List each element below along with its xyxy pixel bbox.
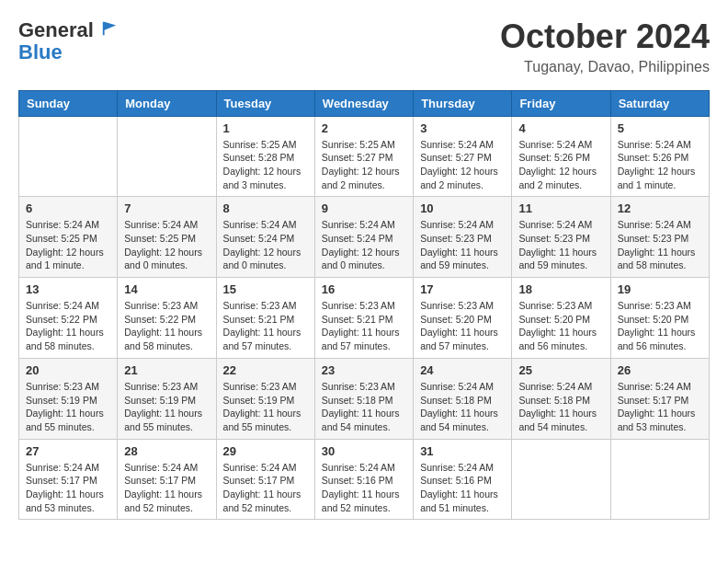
calendar-week-row: 20Sunrise: 5:23 AM Sunset: 5:19 PM Dayli… (19, 358, 710, 439)
location-subtitle: Tuganay, Davao, Philippines (500, 59, 710, 75)
day-info: Sunrise: 5:24 AM Sunset: 5:27 PM Dayligh… (420, 138, 505, 192)
calendar-cell: 23Sunrise: 5:23 AM Sunset: 5:18 PM Dayli… (314, 358, 413, 439)
day-info: Sunrise: 5:23 AM Sunset: 5:20 PM Dayligh… (518, 299, 603, 353)
month-title: October 2024 (500, 18, 710, 55)
day-number: 12 (618, 201, 702, 215)
day-info: Sunrise: 5:24 AM Sunset: 5:17 PM Dayligh… (223, 461, 308, 515)
title-section: October 2024 Tuganay, Davao, Philippines (500, 18, 710, 75)
day-info: Sunrise: 5:24 AM Sunset: 5:22 PM Dayligh… (26, 299, 110, 353)
col-monday: Monday (118, 90, 216, 116)
day-info: Sunrise: 5:24 AM Sunset: 5:23 PM Dayligh… (618, 218, 702, 272)
calendar-cell: 28Sunrise: 5:24 AM Sunset: 5:17 PM Dayli… (118, 439, 216, 520)
calendar-cell: 3Sunrise: 5:24 AM Sunset: 5:27 PM Daylig… (414, 116, 512, 197)
logo-general: General (18, 18, 118, 42)
day-number: 17 (420, 282, 505, 296)
day-number: 20 (26, 363, 110, 377)
day-number: 26 (618, 363, 702, 377)
calendar-table: Sunday Monday Tuesday Wednesday Thursday… (18, 90, 710, 521)
calendar-cell: 24Sunrise: 5:24 AM Sunset: 5:18 PM Dayli… (414, 358, 512, 439)
day-number: 8 (223, 201, 308, 215)
calendar-cell: 29Sunrise: 5:24 AM Sunset: 5:17 PM Dayli… (216, 439, 314, 520)
day-number: 19 (618, 282, 702, 296)
logo-blue-text: Blue (18, 42, 63, 63)
day-number: 7 (124, 201, 209, 215)
day-info: Sunrise: 5:24 AM Sunset: 5:24 PM Dayligh… (322, 218, 406, 272)
calendar-cell: 19Sunrise: 5:23 AM Sunset: 5:20 PM Dayli… (610, 278, 709, 359)
calendar-cell (19, 116, 118, 197)
calendar-header-row: Sunday Monday Tuesday Wednesday Thursday… (19, 90, 710, 116)
calendar-week-row: 6Sunrise: 5:24 AM Sunset: 5:25 PM Daylig… (19, 197, 710, 278)
day-number: 5 (618, 121, 702, 135)
calendar-cell: 7Sunrise: 5:24 AM Sunset: 5:25 PM Daylig… (118, 197, 216, 278)
calendar-cell: 16Sunrise: 5:23 AM Sunset: 5:21 PM Dayli… (314, 278, 413, 359)
logo-flag-icon (101, 20, 118, 37)
calendar-cell: 13Sunrise: 5:24 AM Sunset: 5:22 PM Dayli… (19, 278, 118, 359)
calendar-cell: 12Sunrise: 5:24 AM Sunset: 5:23 PM Dayli… (610, 197, 709, 278)
day-info: Sunrise: 5:24 AM Sunset: 5:24 PM Dayligh… (223, 218, 308, 272)
calendar-cell: 6Sunrise: 5:24 AM Sunset: 5:25 PM Daylig… (19, 197, 118, 278)
calendar-cell: 25Sunrise: 5:24 AM Sunset: 5:18 PM Dayli… (512, 358, 610, 439)
calendar-week-row: 27Sunrise: 5:24 AM Sunset: 5:17 PM Dayli… (19, 439, 710, 520)
day-number: 25 (518, 363, 603, 377)
day-number: 29 (223, 444, 308, 458)
page-header: General Blue October 2024 Tuganay, Davao… (18, 18, 710, 75)
svg-marker-0 (103, 22, 116, 35)
calendar-cell (512, 439, 610, 520)
calendar-cell: 21Sunrise: 5:23 AM Sunset: 5:19 PM Dayli… (118, 358, 216, 439)
calendar-cell: 22Sunrise: 5:23 AM Sunset: 5:19 PM Dayli… (216, 358, 314, 439)
day-info: Sunrise: 5:23 AM Sunset: 5:19 PM Dayligh… (26, 380, 110, 434)
day-number: 22 (223, 363, 308, 377)
day-number: 31 (420, 444, 505, 458)
calendar-cell: 20Sunrise: 5:23 AM Sunset: 5:19 PM Dayli… (19, 358, 118, 439)
day-number: 28 (124, 444, 209, 458)
day-info: Sunrise: 5:23 AM Sunset: 5:20 PM Dayligh… (420, 299, 505, 353)
calendar-cell: 17Sunrise: 5:23 AM Sunset: 5:20 PM Dayli… (414, 278, 512, 359)
day-info: Sunrise: 5:24 AM Sunset: 5:18 PM Dayligh… (420, 380, 505, 434)
calendar-cell: 9Sunrise: 5:24 AM Sunset: 5:24 PM Daylig… (314, 197, 413, 278)
day-number: 18 (518, 282, 603, 296)
col-saturday: Saturday (610, 90, 709, 116)
day-number: 1 (223, 121, 308, 135)
calendar-cell: 11Sunrise: 5:24 AM Sunset: 5:23 PM Dayli… (512, 197, 610, 278)
day-number: 4 (518, 121, 603, 135)
day-number: 6 (26, 201, 110, 215)
day-info: Sunrise: 5:24 AM Sunset: 5:17 PM Dayligh… (124, 461, 209, 515)
calendar-cell: 5Sunrise: 5:24 AM Sunset: 5:26 PM Daylig… (610, 116, 709, 197)
day-info: Sunrise: 5:23 AM Sunset: 5:22 PM Dayligh… (124, 299, 209, 353)
logo: General Blue (18, 18, 118, 63)
day-number: 15 (223, 282, 308, 296)
day-info: Sunrise: 5:24 AM Sunset: 5:16 PM Dayligh… (322, 461, 406, 515)
calendar-cell: 26Sunrise: 5:24 AM Sunset: 5:17 PM Dayli… (610, 358, 709, 439)
calendar-cell: 4Sunrise: 5:24 AM Sunset: 5:26 PM Daylig… (512, 116, 610, 197)
day-number: 27 (26, 444, 110, 458)
day-info: Sunrise: 5:24 AM Sunset: 5:26 PM Dayligh… (618, 138, 702, 192)
calendar-cell (610, 439, 709, 520)
day-info: Sunrise: 5:24 AM Sunset: 5:17 PM Dayligh… (618, 380, 702, 434)
day-info: Sunrise: 5:25 AM Sunset: 5:27 PM Dayligh… (322, 138, 406, 192)
col-friday: Friday (512, 90, 610, 116)
day-info: Sunrise: 5:24 AM Sunset: 5:17 PM Dayligh… (26, 461, 110, 515)
day-number: 16 (322, 282, 406, 296)
col-sunday: Sunday (19, 90, 118, 116)
day-number: 13 (26, 282, 110, 296)
col-wednesday: Wednesday (314, 90, 413, 116)
day-number: 10 (420, 201, 505, 215)
calendar-cell: 10Sunrise: 5:24 AM Sunset: 5:23 PM Dayli… (414, 197, 512, 278)
day-info: Sunrise: 5:24 AM Sunset: 5:23 PM Dayligh… (518, 218, 603, 272)
day-info: Sunrise: 5:23 AM Sunset: 5:20 PM Dayligh… (618, 299, 702, 353)
day-info: Sunrise: 5:24 AM Sunset: 5:16 PM Dayligh… (420, 461, 505, 515)
calendar-cell: 30Sunrise: 5:24 AM Sunset: 5:16 PM Dayli… (314, 439, 413, 520)
day-number: 14 (124, 282, 209, 296)
col-tuesday: Tuesday (216, 90, 314, 116)
calendar-cell: 14Sunrise: 5:23 AM Sunset: 5:22 PM Dayli… (118, 278, 216, 359)
day-info: Sunrise: 5:24 AM Sunset: 5:26 PM Dayligh… (518, 138, 603, 192)
day-info: Sunrise: 5:24 AM Sunset: 5:25 PM Dayligh… (26, 218, 110, 272)
calendar-cell: 1Sunrise: 5:25 AM Sunset: 5:28 PM Daylig… (216, 116, 314, 197)
day-info: Sunrise: 5:24 AM Sunset: 5:18 PM Dayligh… (518, 380, 603, 434)
day-number: 9 (322, 201, 406, 215)
calendar-cell (118, 116, 216, 197)
calendar-week-row: 1Sunrise: 5:25 AM Sunset: 5:28 PM Daylig… (19, 116, 710, 197)
calendar-cell: 18Sunrise: 5:23 AM Sunset: 5:20 PM Dayli… (512, 278, 610, 359)
day-info: Sunrise: 5:23 AM Sunset: 5:18 PM Dayligh… (322, 380, 406, 434)
day-info: Sunrise: 5:24 AM Sunset: 5:25 PM Dayligh… (124, 218, 209, 272)
